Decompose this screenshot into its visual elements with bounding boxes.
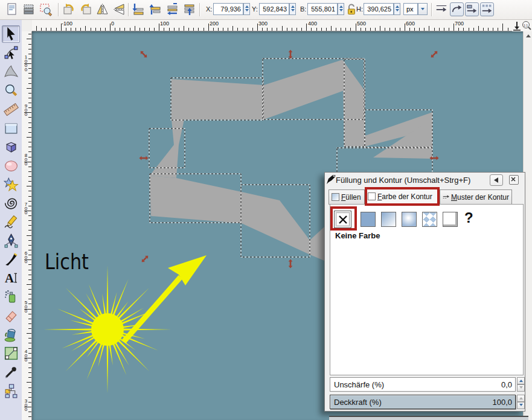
tool-selector-tool[interactable]	[2, 25, 20, 43]
tool-text-tool[interactable]: A	[2, 269, 20, 287]
toggle-affect-patterns[interactable]	[480, 2, 494, 16]
toolbar-button-lower-step[interactable]	[165, 2, 180, 17]
ribbon-segment[interactable]	[150, 145, 179, 178]
paint-button-pattern[interactable]	[422, 212, 437, 227]
ribbon-segment[interactable]	[150, 176, 242, 223]
sun-shape[interactable]	[43, 266, 171, 393]
ruler-label: 900	[24, 104, 28, 116]
opacity-slider[interactable]: Deckkraft (%) 100,0	[330, 395, 516, 409]
tool-ellipse-tool[interactable]	[2, 157, 20, 174]
selection-handle[interactable]	[139, 156, 149, 161]
tool-rect-tool[interactable]	[2, 119, 20, 137]
ruler-tick	[508, 28, 508, 31]
ribbon-segment[interactable]	[242, 192, 324, 261]
toolbar-button-lower-bottom[interactable]	[132, 2, 146, 17]
ribbon-segment[interactable]	[171, 119, 184, 145]
spinner-y-field[interactable]	[289, 3, 296, 15]
ruler-tick	[356, 24, 356, 31]
opacity-spinner[interactable]	[517, 395, 525, 409]
paint-button-radial-gradient[interactable]	[402, 212, 417, 227]
ruler-tick	[95, 28, 96, 31]
tool-spiral-tool[interactable]	[2, 194, 20, 212]
snap-icon[interactable]	[513, 21, 521, 31]
box3d-tool-icon	[4, 139, 19, 154]
paint-button-flat-color[interactable]	[361, 212, 376, 227]
selection-handle[interactable]	[289, 50, 293, 59]
ruler-tick	[28, 83, 31, 84]
toolbar-button-stack[interactable]	[22, 2, 36, 17]
unit-field[interactable]: px	[403, 3, 418, 15]
ruler-tick	[28, 397, 31, 398]
licht-text[interactable]: Licht	[45, 249, 89, 274]
ruler-tick	[28, 255, 31, 255]
tool-box3d-tool[interactable]	[2, 138, 20, 156]
tool-zoom-tool[interactable]	[2, 81, 20, 99]
vertical-ruler[interactable]: 1000900800700600500400300	[22, 31, 32, 420]
lock-open-icon[interactable]	[347, 3, 356, 15]
zoom-1-1-icon[interactable]: 1:1	[522, 21, 532, 31]
tool-star-tool[interactable]	[2, 176, 20, 193]
arrow-shape[interactable]	[124, 255, 207, 342]
tab-stroke-style[interactable]: Muster der Kontur	[440, 189, 512, 205]
back-arrow-icon	[494, 177, 499, 183]
ruler-tick	[449, 28, 449, 31]
ruler-tick	[75, 28, 76, 31]
inkscape-window: X:79,936Y:592,843B:555,801H:390,625px -1…	[0, 0, 532, 420]
ruler-label: 600	[24, 251, 28, 264]
spinner-x-field[interactable]	[243, 3, 250, 15]
toolbar-button-rotate-ccw[interactable]	[62, 2, 76, 17]
spinner-b-field[interactable]	[338, 3, 344, 15]
ruler-tick	[28, 147, 31, 147]
y-field[interactable]: 592,843	[259, 3, 289, 15]
selection-handle[interactable]	[140, 254, 149, 263]
tool-tweak-tool[interactable]	[2, 63, 20, 80]
tool-bucket-tool[interactable]	[2, 326, 20, 343]
tool-connector-tool[interactable]	[2, 382, 20, 399]
ribbon-segment[interactable]	[342, 60, 365, 147]
toolbar-button-raise-step[interactable]	[149, 2, 163, 17]
horizontal-ruler[interactable]: -1000100200300400500600700	[32, 20, 512, 31]
toggle-affect-stroke[interactable]	[435, 2, 449, 16]
selection-handle[interactable]	[429, 49, 438, 59]
b-field[interactable]: 555,801	[307, 3, 338, 15]
ribbon-segment[interactable]	[264, 60, 349, 119]
field-label-h-field: H:	[356, 5, 363, 13]
dialog-close-button[interactable]	[509, 175, 519, 185]
tab-fill[interactable]: Füllen	[328, 189, 365, 205]
toolbar-button-document[interactable]	[5, 2, 19, 17]
toolbar-button-flip-vertical[interactable]	[112, 2, 127, 17]
selection-handle[interactable]	[139, 49, 148, 59]
toggle-affect-corners[interactable]	[450, 2, 464, 16]
toolbar-button-flip-horizontal[interactable]	[95, 2, 110, 17]
tool-gradient-tool[interactable]	[2, 345, 20, 362]
dialog-titlebar[interactable]: Füllung und Kontur (Umschalt+Strg+F)	[325, 173, 525, 187]
blur-spinner[interactable]	[517, 377, 525, 392]
spinner-h-field[interactable]	[394, 3, 400, 15]
h-field[interactable]: 390,625	[364, 3, 394, 15]
paint-button-swatch[interactable]	[443, 212, 458, 227]
dialog-back-button[interactable]	[490, 174, 503, 186]
unit-dropdown-button[interactable]	[418, 3, 428, 15]
toolbar-button-zoom-selection[interactable]	[39, 2, 53, 17]
tool-dropper-tool[interactable]	[2, 363, 20, 381]
ruler-tick	[296, 28, 297, 31]
tool-node-tool[interactable]	[2, 44, 20, 62]
ribbon-segment[interactable]	[171, 79, 264, 119]
tool-pencil-tool[interactable]	[2, 213, 20, 231]
tool-calligraphy-tool[interactable]	[2, 250, 20, 268]
toolbar-button-raise-top[interactable]	[182, 2, 197, 17]
scroll-up-button[interactable]	[524, 32, 532, 40]
flip-vertical-icon	[112, 2, 127, 17]
toggle-affect-gradients[interactable]	[465, 2, 479, 16]
ruler-tick	[498, 28, 498, 31]
paint-button-linear-gradient[interactable]	[381, 212, 396, 227]
tool-measure-tool[interactable]	[2, 100, 20, 118]
tool-spray-tool[interactable]	[2, 288, 20, 305]
tool-eraser-tool[interactable]	[2, 307, 20, 325]
toolbar-button-rotate-cw[interactable]	[79, 2, 93, 17]
selection-handle[interactable]	[289, 259, 293, 269]
x-field[interactable]: 79,936	[213, 3, 243, 15]
paint-help[interactable]: ?	[464, 209, 473, 226]
blur-row[interactable]: Unschärfe (%) 0,0	[330, 377, 516, 392]
tool-pen-tool[interactable]	[2, 232, 20, 249]
